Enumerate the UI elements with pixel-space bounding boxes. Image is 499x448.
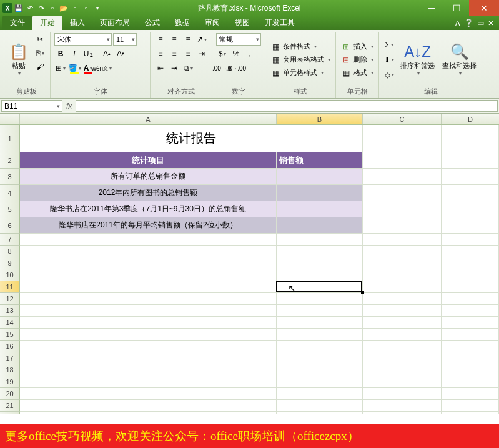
undo-icon[interactable]: ↶ <box>25 3 35 13</box>
excel-icon[interactable]: X <box>2 3 12 13</box>
cell-D14[interactable] <box>442 317 499 329</box>
align-right-button[interactable]: ≡ <box>182 47 194 60</box>
row-header-18[interactable]: 18 <box>0 364 20 376</box>
cell-D22[interactable] <box>442 412 499 414</box>
mdi-close-icon[interactable]: ✕ <box>488 19 494 27</box>
increase-font-button[interactable]: A▴ <box>101 47 113 60</box>
cell-D4[interactable] <box>442 185 499 201</box>
cell-A8[interactable] <box>20 246 277 257</box>
row-header-5[interactable]: 5 <box>0 201 20 217</box>
col-header-c[interactable]: C <box>363 114 442 124</box>
cell-B12[interactable] <box>277 293 363 305</box>
sort-filter-button[interactable]: A↓Z 排序和筛选▾ <box>398 33 437 86</box>
tab-file[interactable]: 文件 <box>2 16 32 30</box>
cell-A3[interactable]: 所有订单的总销售金额 <box>20 169 277 185</box>
cell-D5[interactable] <box>442 201 499 217</box>
cell-A14[interactable] <box>20 317 277 329</box>
cell-styles-button[interactable]: ▦单元格样式▾ <box>269 67 332 78</box>
cut-button[interactable]: ✂ <box>34 33 46 46</box>
cell-B2[interactable]: 销售额 <box>277 152 363 169</box>
row-header-12[interactable]: 12 <box>0 293 20 305</box>
name-box[interactable]: B11 <box>1 100 62 112</box>
cell-C14[interactable] <box>363 317 442 329</box>
cell-D7[interactable] <box>442 234 499 246</box>
cell-C7[interactable] <box>363 234 442 246</box>
cell-C4[interactable] <box>363 185 442 201</box>
cell-B22[interactable] <box>277 412 363 414</box>
col-header-d[interactable]: D <box>442 114 499 124</box>
cell-D10[interactable] <box>442 269 499 281</box>
cell-B18[interactable] <box>277 364 363 376</box>
cell-D9[interactable] <box>442 257 499 269</box>
minimize-ribbon-icon[interactable]: ᐱ <box>455 19 460 27</box>
grid-body[interactable]: 1统计报告2统计项目销售额3所有订单的总销售金额42012年内所有图书的总销售额… <box>0 125 499 414</box>
decrease-font-button[interactable]: A▾ <box>114 47 127 60</box>
cell-A1[interactable]: 统计报告 <box>20 125 363 152</box>
cell-B19[interactable] <box>277 376 363 388</box>
row-header-13[interactable]: 13 <box>0 305 20 317</box>
cell-A21[interactable] <box>20 400 277 412</box>
row-header-8[interactable]: 8 <box>0 246 20 257</box>
cell-D1[interactable] <box>442 125 499 152</box>
cell-A15[interactable] <box>20 329 277 341</box>
help-icon[interactable]: ❔ <box>464 19 473 27</box>
row-header-9[interactable]: 9 <box>0 257 20 269</box>
cell-A16[interactable] <box>20 341 277 352</box>
clear-button[interactable]: ◇▾ <box>383 69 395 81</box>
conditional-formatting-button[interactable]: ▦条件格式▾ <box>269 41 332 52</box>
row-header-7[interactable]: 7 <box>0 234 20 246</box>
font-name-combo[interactable]: 宋体 <box>54 33 112 46</box>
cell-A10[interactable] <box>20 269 277 281</box>
cell-B21[interactable] <box>277 400 363 412</box>
cell-D8[interactable] <box>442 246 499 257</box>
cell-C21[interactable] <box>363 400 442 412</box>
cell-B3[interactable] <box>277 169 363 185</box>
cell-B16[interactable] <box>277 341 363 352</box>
cell-B4[interactable] <box>277 185 363 201</box>
row-header-14[interactable]: 14 <box>0 317 20 329</box>
col-header-b[interactable]: B <box>277 114 363 124</box>
new-icon[interactable]: ▫ <box>47 3 57 13</box>
delete-cells-button[interactable]: ⊟删除▾ <box>340 54 375 65</box>
cell-B9[interactable] <box>277 257 363 269</box>
cell-A13[interactable] <box>20 305 277 317</box>
cell-D20[interactable] <box>442 388 499 400</box>
increase-indent-button[interactable]: ⇥ <box>168 62 180 74</box>
cell-D15[interactable] <box>442 329 499 341</box>
copy-button[interactable]: ⎘▾ <box>34 47 46 59</box>
row-header-11[interactable]: 11 <box>0 281 20 293</box>
row-header-4[interactable]: 4 <box>0 185 20 201</box>
italic-button[interactable]: I <box>68 47 81 60</box>
cell-A12[interactable] <box>20 293 277 305</box>
cell-D12[interactable] <box>442 293 499 305</box>
cell-D11[interactable] <box>442 281 499 293</box>
cell-D21[interactable] <box>442 400 499 412</box>
row-header-20[interactable]: 20 <box>0 388 20 400</box>
qat-icon-1[interactable]: ▫ <box>70 3 80 13</box>
phonetic-button[interactable]: wén文▾ <box>96 62 108 74</box>
align-top-button[interactable]: ≡ <box>154 33 167 46</box>
cell-C16[interactable] <box>363 341 442 352</box>
cell-C6[interactable] <box>363 217 442 234</box>
row-header-3[interactable]: 3 <box>0 169 20 185</box>
fx-icon[interactable]: fx <box>66 102 72 111</box>
cell-B11[interactable] <box>277 281 363 293</box>
cell-A5[interactable]: 隆华书店在2011年第3季度（7月1日~9月30日）的总销售额 <box>20 201 277 217</box>
cell-B10[interactable] <box>277 269 363 281</box>
cell-C18[interactable] <box>363 364 442 376</box>
tab-formulas[interactable]: 公式 <box>137 16 167 30</box>
decrease-indent-button[interactable]: ⇤ <box>154 62 167 74</box>
row-header-22[interactable]: 22 <box>0 412 20 414</box>
cell-D17[interactable] <box>442 352 499 364</box>
tab-data[interactable]: 数据 <box>167 16 197 30</box>
cell-A22[interactable] <box>20 412 277 414</box>
col-header-a[interactable]: A <box>20 114 277 124</box>
row-header-19[interactable]: 19 <box>0 376 20 388</box>
cell-C1[interactable] <box>363 125 442 152</box>
tab-view[interactable]: 视图 <box>227 16 257 30</box>
format-painter-button[interactable]: 🖌 <box>34 61 46 73</box>
cell-C3[interactable] <box>363 169 442 185</box>
font-color-button[interactable]: A▾ <box>82 62 94 74</box>
cell-D2[interactable] <box>442 152 499 169</box>
row-header-1[interactable]: 1 <box>0 125 20 152</box>
